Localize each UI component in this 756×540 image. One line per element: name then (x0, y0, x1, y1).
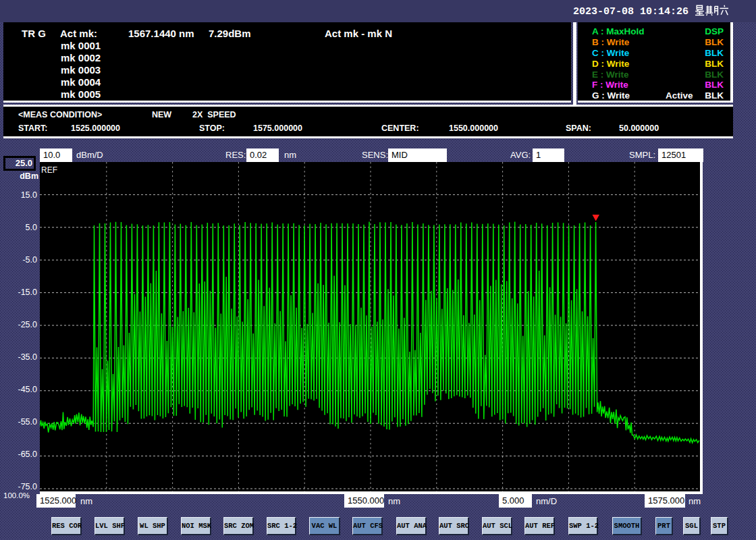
svg-text:REF: REF (41, 165, 57, 175)
